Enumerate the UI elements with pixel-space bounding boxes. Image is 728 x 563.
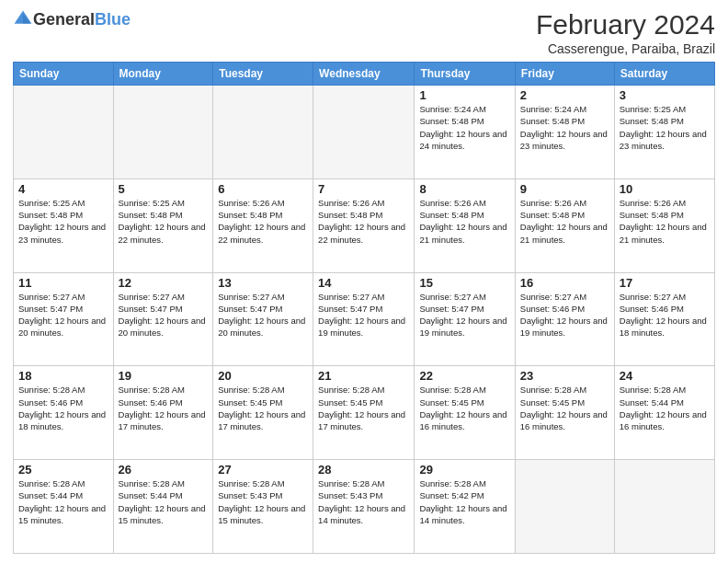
calendar-header-row: Sunday Monday Tuesday Wednesday Thursday…: [14, 63, 715, 86]
logo-text-blue: Blue: [95, 10, 131, 29]
calendar-week-row: 25Sunrise: 5:28 AM Sunset: 5:44 PM Dayli…: [14, 460, 715, 554]
day-info: Sunrise: 5:27 AM Sunset: 5:46 PM Dayligh…: [620, 291, 710, 339]
day-number: 29: [419, 463, 509, 477]
table-row: 28Sunrise: 5:28 AM Sunset: 5:43 PM Dayli…: [313, 460, 415, 554]
header-wednesday: Wednesday: [313, 63, 415, 86]
logo-icon: [13, 9, 33, 29]
day-number: 12: [119, 276, 209, 290]
table-row: 14Sunrise: 5:27 AM Sunset: 5:47 PM Dayli…: [313, 272, 415, 366]
table-row: 20Sunrise: 5:28 AM Sunset: 5:45 PM Dayli…: [213, 366, 313, 460]
day-number: 18: [18, 369, 108, 383]
day-info: Sunrise: 5:28 AM Sunset: 5:43 PM Dayligh…: [318, 477, 409, 526]
header-saturday: Saturday: [614, 63, 714, 86]
table-row: 7Sunrise: 5:26 AM Sunset: 5:48 PM Daylig…: [313, 178, 415, 272]
main-title: February 2024: [536, 9, 715, 40]
day-info: Sunrise: 5:27 AM Sunset: 5:46 PM Dayligh…: [520, 291, 609, 339]
day-info: Sunrise: 5:26 AM Sunset: 5:48 PM Dayligh…: [620, 197, 710, 246]
day-info: Sunrise: 5:28 AM Sunset: 5:44 PM Dayligh…: [18, 477, 108, 526]
day-number: 24: [620, 369, 710, 383]
table-row: 6Sunrise: 5:26 AM Sunset: 5:48 PM Daylig…: [213, 178, 313, 272]
day-info: Sunrise: 5:28 AM Sunset: 5:44 PM Dayligh…: [620, 384, 710, 432]
day-number: 2: [520, 88, 609, 102]
day-info: Sunrise: 5:25 AM Sunset: 5:48 PM Dayligh…: [18, 197, 108, 246]
table-row: 25Sunrise: 5:28 AM Sunset: 5:44 PM Dayli…: [14, 460, 114, 554]
day-info: Sunrise: 5:27 AM Sunset: 5:47 PM Dayligh…: [318, 291, 409, 339]
day-info: Sunrise: 5:24 AM Sunset: 5:48 PM Dayligh…: [520, 103, 609, 152]
table-row: 23Sunrise: 5:28 AM Sunset: 5:45 PM Dayli…: [515, 366, 614, 460]
table-row: 1Sunrise: 5:24 AM Sunset: 5:48 PM Daylig…: [415, 86, 515, 179]
table-row: 5Sunrise: 5:25 AM Sunset: 5:48 PM Daylig…: [113, 178, 213, 272]
table-row: 22Sunrise: 5:28 AM Sunset: 5:45 PM Dayli…: [415, 366, 515, 460]
day-number: 20: [218, 369, 308, 383]
day-info: Sunrise: 5:27 AM Sunset: 5:47 PM Dayligh…: [218, 291, 308, 339]
logo: General Blue: [13, 9, 131, 29]
day-number: 6: [218, 182, 308, 196]
day-info: Sunrise: 5:25 AM Sunset: 5:48 PM Dayligh…: [119, 197, 209, 246]
day-number: 17: [620, 276, 710, 290]
day-info: Sunrise: 5:27 AM Sunset: 5:47 PM Dayligh…: [18, 291, 108, 339]
day-number: 3: [620, 88, 710, 102]
day-info: Sunrise: 5:28 AM Sunset: 5:42 PM Dayligh…: [419, 477, 509, 526]
table-row: 27Sunrise: 5:28 AM Sunset: 5:43 PM Dayli…: [213, 460, 313, 554]
day-number: 7: [318, 182, 409, 196]
table-row: 4Sunrise: 5:25 AM Sunset: 5:48 PM Daylig…: [14, 178, 114, 272]
day-number: 23: [520, 369, 609, 383]
day-number: 27: [218, 463, 308, 477]
day-info: Sunrise: 5:28 AM Sunset: 5:45 PM Dayligh…: [218, 384, 308, 432]
table-row: 16Sunrise: 5:27 AM Sunset: 5:46 PM Dayli…: [515, 272, 614, 366]
day-info: Sunrise: 5:26 AM Sunset: 5:48 PM Dayligh…: [318, 197, 409, 246]
day-number: 25: [18, 463, 108, 477]
day-info: Sunrise: 5:27 AM Sunset: 5:47 PM Dayligh…: [419, 291, 509, 339]
table-row: 29Sunrise: 5:28 AM Sunset: 5:42 PM Dayli…: [415, 460, 515, 554]
day-number: 1: [419, 88, 509, 102]
table-row: 9Sunrise: 5:26 AM Sunset: 5:48 PM Daylig…: [515, 178, 614, 272]
table-row: [14, 86, 114, 179]
calendar-week-row: 18Sunrise: 5:28 AM Sunset: 5:46 PM Dayli…: [14, 366, 715, 460]
calendar-week-row: 4Sunrise: 5:25 AM Sunset: 5:48 PM Daylig…: [14, 178, 715, 272]
table-row: [213, 86, 313, 179]
day-number: 8: [419, 182, 509, 196]
header-sunday: Sunday: [14, 63, 114, 86]
day-info: Sunrise: 5:25 AM Sunset: 5:48 PM Dayligh…: [620, 103, 710, 152]
logo-text-general: General: [33, 10, 95, 29]
calendar-week-row: 11Sunrise: 5:27 AM Sunset: 5:47 PM Dayli…: [14, 272, 715, 366]
table-row: [515, 460, 614, 554]
header-monday: Monday: [113, 63, 213, 86]
table-row: 15Sunrise: 5:27 AM Sunset: 5:47 PM Dayli…: [415, 272, 515, 366]
day-number: 4: [18, 182, 108, 196]
table-row: 17Sunrise: 5:27 AM Sunset: 5:46 PM Dayli…: [614, 272, 714, 366]
day-info: Sunrise: 5:28 AM Sunset: 5:44 PM Dayligh…: [119, 477, 209, 526]
table-row: [313, 86, 415, 179]
calendar-table: Sunday Monday Tuesday Wednesday Thursday…: [13, 62, 715, 554]
day-info: Sunrise: 5:27 AM Sunset: 5:47 PM Dayligh…: [119, 291, 209, 339]
day-info: Sunrise: 5:28 AM Sunset: 5:46 PM Dayligh…: [18, 384, 108, 432]
day-number: 26: [119, 463, 209, 477]
day-info: Sunrise: 5:26 AM Sunset: 5:48 PM Dayligh…: [419, 197, 509, 246]
day-info: Sunrise: 5:24 AM Sunset: 5:48 PM Dayligh…: [419, 103, 509, 152]
table-row: [614, 460, 714, 554]
day-info: Sunrise: 5:28 AM Sunset: 5:45 PM Dayligh…: [520, 384, 609, 432]
page-header: General Blue February 2024 Casserengue, …: [13, 9, 715, 56]
day-number: 16: [520, 276, 609, 290]
day-number: 13: [218, 276, 308, 290]
table-row: [113, 86, 213, 179]
day-number: 21: [318, 369, 409, 383]
day-number: 22: [419, 369, 509, 383]
day-info: Sunrise: 5:28 AM Sunset: 5:45 PM Dayligh…: [419, 384, 509, 432]
table-row: 18Sunrise: 5:28 AM Sunset: 5:46 PM Dayli…: [14, 366, 114, 460]
title-block: February 2024 Casserengue, Paraiba, Braz…: [536, 9, 715, 56]
table-row: 3Sunrise: 5:25 AM Sunset: 5:48 PM Daylig…: [614, 86, 714, 179]
table-row: 19Sunrise: 5:28 AM Sunset: 5:46 PM Dayli…: [113, 366, 213, 460]
table-row: 21Sunrise: 5:28 AM Sunset: 5:45 PM Dayli…: [313, 366, 415, 460]
day-number: 10: [620, 182, 710, 196]
day-number: 15: [419, 276, 509, 290]
table-row: 11Sunrise: 5:27 AM Sunset: 5:47 PM Dayli…: [14, 272, 114, 366]
svg-marker-1: [23, 14, 30, 24]
calendar-week-row: 1Sunrise: 5:24 AM Sunset: 5:48 PM Daylig…: [14, 86, 715, 179]
header-thursday: Thursday: [415, 63, 515, 86]
day-number: 9: [520, 182, 609, 196]
table-row: 8Sunrise: 5:26 AM Sunset: 5:48 PM Daylig…: [415, 178, 515, 272]
day-number: 5: [119, 182, 209, 196]
day-info: Sunrise: 5:28 AM Sunset: 5:43 PM Dayligh…: [218, 477, 308, 526]
day-info: Sunrise: 5:28 AM Sunset: 5:45 PM Dayligh…: [318, 384, 409, 432]
